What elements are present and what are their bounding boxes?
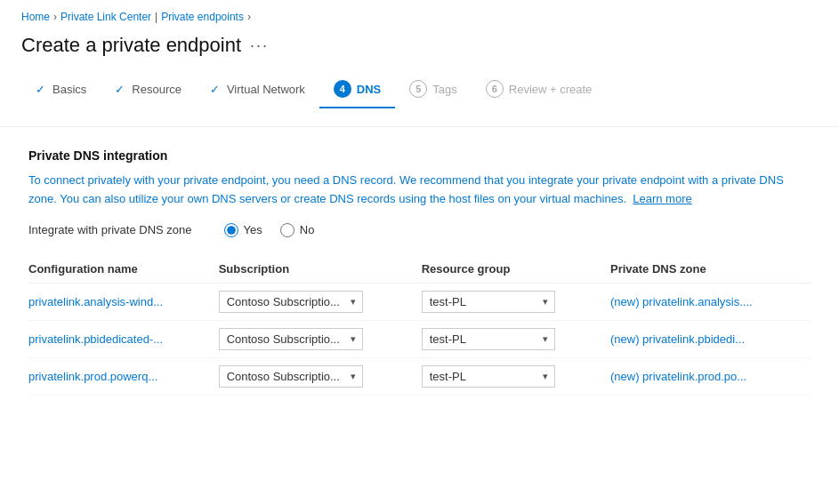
col-subscription: Subscription	[219, 255, 422, 284]
breadcrumb-home[interactable]: Home	[21, 11, 50, 23]
config-name-link[interactable]: privatelink.prod.powerq...	[28, 370, 157, 383]
subscription-dropdown-wrapper: Contoso Subscriptio...	[219, 291, 363, 313]
step-tags[interactable]: 5 Tags	[395, 71, 471, 108]
dns-zone-value: (new) privatelink.analysis....	[610, 295, 753, 308]
config-name-cell: privatelink.analysis-wind...	[28, 283, 219, 320]
step-review-circle: 6	[486, 80, 504, 98]
step-review-label: Review + create	[509, 83, 593, 96]
dns-zone-cell: (new) privatelink.pbidedi...	[610, 320, 811, 357]
step-resource[interactable]: ✓ Resource	[101, 74, 196, 107]
info-text: To connect privately with your private e…	[28, 172, 811, 209]
learn-more-link[interactable]: Learn more	[633, 192, 691, 205]
step-review-create[interactable]: 6 Review + create	[472, 71, 607, 108]
resource-group-cell: test-PL	[422, 357, 610, 395]
dns-zone-value: (new) privatelink.prod.po...	[610, 370, 746, 383]
resource-group-select[interactable]: test-PL	[422, 291, 555, 313]
integrate-label: Integrate with private DNS zone	[28, 223, 192, 236]
radio-yes-label: Yes	[244, 223, 262, 236]
radio-yes-option[interactable]: Yes	[224, 223, 262, 237]
resource-group-cell: test-PL	[422, 283, 610, 320]
subscription-select[interactable]: Contoso Subscriptio...	[219, 365, 363, 388]
dns-zone-value: (new) privatelink.pbidedi...	[610, 332, 745, 346]
step-tags-label: Tags	[432, 83, 456, 96]
col-config-name: Configuration name	[28, 255, 219, 284]
col-dns-zone: Private DNS zone	[610, 255, 811, 284]
page-title-row: Create a private endpoint ···	[0, 28, 839, 71]
config-name-cell: privatelink.pbidedicated-...	[28, 320, 219, 357]
resource-group-select[interactable]: test-PL	[422, 328, 555, 350]
step-dns-label: DNS	[357, 83, 381, 96]
step-vnet-label: Virtual Network	[227, 83, 305, 96]
section-title: Private DNS integration	[28, 148, 811, 163]
step-basics[interactable]: ✓ Basics	[21, 74, 101, 107]
check-icon-basics: ✓	[36, 83, 45, 96]
step-dns[interactable]: 4 DNS	[319, 71, 395, 108]
table-row: privatelink.analysis-wind... Contoso Sub…	[28, 283, 811, 320]
config-name-link[interactable]: privatelink.analysis-wind...	[28, 295, 163, 308]
subscription-dropdown-wrapper: Contoso Subscriptio...	[219, 328, 363, 350]
steps-bar: ✓ Basics ✓ Resource ✓ Virtual Network 4 …	[0, 71, 839, 127]
subscription-select[interactable]: Contoso Subscriptio...	[219, 328, 363, 350]
ellipsis-button[interactable]: ···	[250, 36, 269, 55]
dns-zone-cell: (new) privatelink.analysis....	[610, 283, 811, 320]
subscription-cell: Contoso Subscriptio...	[219, 320, 422, 357]
radio-no-input[interactable]	[280, 223, 294, 237]
integrate-dns-row: Integrate with private DNS zone Yes No	[28, 223, 811, 237]
subscription-dropdown-wrapper: Contoso Subscriptio...	[219, 365, 363, 388]
resource-group-select[interactable]: test-PL	[422, 365, 555, 388]
radio-no-label: No	[300, 223, 315, 236]
check-icon-vnet: ✓	[210, 83, 220, 96]
step-basics-label: Basics	[52, 83, 86, 96]
check-icon-resource: ✓	[115, 83, 125, 96]
subscription-select[interactable]: Contoso Subscriptio...	[219, 291, 363, 313]
subscription-cell: Contoso Subscriptio...	[219, 283, 422, 320]
subscription-cell: Contoso Subscriptio...	[219, 357, 422, 395]
resource-group-dropdown-wrapper: test-PL	[422, 328, 555, 350]
config-name-cell: privatelink.prod.powerq...	[28, 357, 219, 395]
dns-zone-cell: (new) privatelink.prod.po...	[610, 357, 811, 395]
col-resource-group: Resource group	[422, 255, 610, 284]
step-resource-label: Resource	[132, 83, 182, 96]
resource-group-cell: test-PL	[422, 320, 610, 357]
table-row: privatelink.prod.powerq... Contoso Subsc…	[28, 357, 811, 395]
resource-group-dropdown-wrapper: test-PL	[422, 291, 555, 313]
table-row: privatelink.pbidedicated-... Contoso Sub…	[28, 320, 811, 357]
page-title: Create a private endpoint	[21, 34, 241, 57]
breadcrumb-private-link[interactable]: Private Link Center	[61, 11, 151, 23]
resource-group-dropdown-wrapper: test-PL	[422, 365, 555, 388]
main-content: Private DNS integration To connect priva…	[0, 127, 839, 417]
step-dns-circle: 4	[334, 80, 351, 98]
radio-no-option[interactable]: No	[280, 223, 315, 237]
step-tags-circle: 5	[409, 80, 427, 98]
radio-yes-input[interactable]	[224, 223, 238, 237]
dns-table: Configuration name Subscription Resource…	[28, 255, 811, 396]
breadcrumb: Home › Private Link Center | Private end…	[0, 0, 839, 28]
breadcrumb-private-endpoints[interactable]: Private endpoints	[161, 11, 244, 23]
config-name-link[interactable]: privatelink.pbidedicated-...	[28, 332, 163, 346]
step-virtual-network[interactable]: ✓ Virtual Network	[196, 74, 319, 107]
